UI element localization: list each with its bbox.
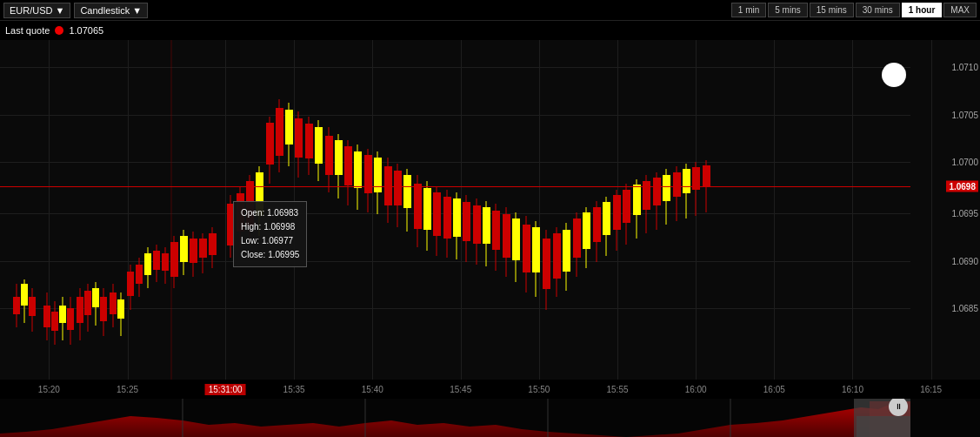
time-label-1545: 15:45 — [450, 385, 471, 394]
svg-rect-110 — [532, 227, 540, 272]
main-chart: ⬇ — [0, 40, 980, 380]
svg-rect-23 — [110, 292, 117, 314]
svg-rect-82 — [394, 171, 402, 205]
tooltip-high-label: High: — [241, 222, 261, 232]
candlestick-tooltip: Open: 1.06983 High: 1.06998 Low: 1.06977… — [233, 201, 307, 267]
svg-rect-60 — [285, 110, 293, 145]
svg-rect-68 — [325, 136, 333, 175]
mini-chart-svg — [0, 399, 910, 437]
svg-rect-13 — [67, 308, 74, 330]
time-btn-30mins[interactable]: 30 mins — [856, 3, 900, 17]
svg-rect-92 — [443, 197, 451, 239]
left-controls: EUR/USD ▼ Candlestick ▼ — [3, 3, 148, 18]
svg-rect-136 — [663, 175, 670, 201]
price-label-5: 1.0690 — [951, 256, 978, 266]
quote-dot-icon — [55, 26, 63, 35]
mini-chart: ⏸ — [0, 399, 980, 437]
svg-rect-128 — [623, 190, 630, 223]
svg-rect-44 — [199, 239, 207, 258]
svg-rect-130 — [633, 185, 641, 215]
svg-rect-84 — [403, 175, 411, 208]
tooltip-open-value: 1.06983 — [267, 208, 298, 218]
svg-rect-72 — [344, 146, 352, 185]
price-label-6: 1.0685 — [951, 304, 978, 313]
time-label-1605: 16:05 — [763, 385, 785, 394]
time-label-1531: 15:31:00 — [205, 384, 246, 395]
price-label-3: 1.0700 — [951, 158, 978, 167]
price-label-4: 1.0695 — [951, 208, 978, 218]
svg-rect-124 — [603, 202, 610, 235]
svg-rect-114 — [553, 233, 561, 279]
time-buttons: 1 min 5 mins 15 mins 30 mins 1 hour MAX — [731, 3, 977, 17]
symbol-dropdown[interactable]: EUR/USD ▼ — [3, 3, 70, 18]
tooltip-high: High: 1.06998 — [241, 220, 299, 234]
svg-rect-64 — [305, 124, 313, 158]
svg-rect-17 — [84, 291, 91, 315]
svg-rect-66 — [315, 127, 323, 164]
svg-rect-144 — [703, 165, 710, 187]
time-axis: 15:20 15:25 15:31:00 15:35 15:40 15:45 1… — [0, 380, 980, 399]
time-label-1525: 15:25 — [117, 385, 138, 394]
svg-rect-30 — [136, 265, 143, 284]
download-icon: ⬇ — [890, 70, 898, 81]
top-bar: EUR/USD ▼ Candlestick ▼ 1 min 5 mins 15 … — [0, 0, 980, 21]
svg-rect-38 — [170, 242, 178, 277]
svg-rect-42 — [190, 239, 197, 263]
svg-rect-78 — [374, 158, 382, 192]
svg-rect-116 — [563, 230, 570, 272]
svg-rect-126 — [613, 195, 621, 230]
time-label-1600: 16:00 — [685, 385, 707, 394]
svg-rect-88 — [423, 188, 431, 230]
time-label-1520: 15:20 — [38, 385, 60, 394]
chart-type-label: Candlestick — [80, 5, 130, 16]
svg-rect-5 — [29, 297, 36, 316]
time-btn-1hour[interactable]: 1 hour — [902, 3, 943, 17]
svg-rect-118 — [573, 218, 581, 258]
symbol-label: EUR/USD — [10, 5, 53, 16]
svg-rect-106 — [512, 218, 520, 260]
chart-type-dropdown[interactable]: Candlestick ▼ — [74, 3, 148, 18]
svg-rect-102 — [492, 211, 500, 250]
time-btn-15mins[interactable]: 15 mins — [810, 3, 854, 17]
svg-rect-112 — [543, 239, 550, 289]
pause-icon: ⏸ — [895, 402, 903, 411]
svg-rect-21 — [100, 297, 107, 321]
time-btn-max[interactable]: MAX — [943, 3, 977, 17]
time-label-1540: 15:40 — [362, 385, 383, 394]
quote-bar: Last quote 1.07065 — [0, 21, 980, 40]
svg-rect-25 — [117, 299, 124, 319]
svg-rect-122 — [593, 207, 601, 242]
tooltip-low-value: 1.06977 — [262, 236, 293, 245]
download-button[interactable]: ⬇ — [882, 63, 906, 87]
svg-rect-62 — [295, 118, 303, 158]
quote-value: 1.07065 — [69, 25, 103, 36]
svg-rect-32 — [144, 253, 151, 275]
svg-rect-76 — [364, 155, 372, 193]
svg-rect-70 — [335, 140, 343, 175]
tooltip-open-label: Open: — [241, 208, 264, 218]
svg-rect-28 — [127, 272, 134, 296]
svg-rect-120 — [583, 212, 590, 249]
svg-rect-100 — [483, 207, 490, 244]
svg-rect-9 — [51, 312, 58, 331]
tooltip-low: Low: 1.06977 — [241, 234, 299, 248]
svg-rect-90 — [433, 192, 441, 236]
svg-rect-3 — [21, 284, 28, 306]
tooltip-low-label: Low: — [241, 236, 259, 245]
svg-rect-138 — [673, 172, 681, 197]
last-quote-label: Last quote — [5, 25, 50, 36]
svg-rect-134 — [653, 178, 661, 205]
time-label-1535: 15:35 — [283, 385, 305, 394]
tooltip-close-value: 1.06995 — [268, 250, 299, 259]
time-label-1550: 15:50 — [528, 385, 550, 394]
svg-rect-19 — [92, 288, 99, 307]
time-btn-5mins[interactable]: 5 mins — [768, 3, 807, 17]
svg-rect-94 — [453, 198, 461, 237]
time-btn-1min[interactable]: 1 min — [731, 3, 766, 17]
svg-rect-7 — [43, 306, 50, 327]
svg-rect-46 — [209, 233, 217, 255]
symbol-dropdown-arrow: ▼ — [56, 5, 65, 16]
tooltip-high-value: 1.06998 — [263, 222, 295, 232]
price-label-active: 1.0698 — [946, 180, 978, 192]
time-label-1615: 16:15 — [920, 385, 942, 394]
